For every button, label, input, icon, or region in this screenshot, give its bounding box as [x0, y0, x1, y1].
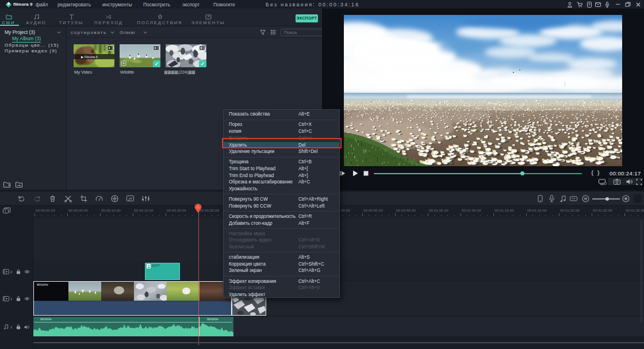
svg-text:▶ Filmora 9: ▶ Filmora 9	[81, 55, 98, 59]
